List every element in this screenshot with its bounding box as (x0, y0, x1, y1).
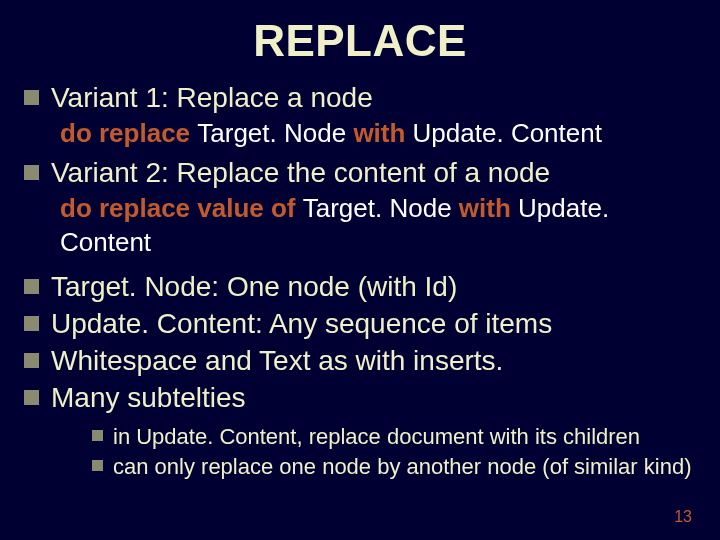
keyword: do replace value of (60, 193, 303, 223)
bullet-text: Many subtelties (51, 380, 246, 415)
argument: Update. Content (413, 118, 602, 148)
bullet-row-variant1: Variant 1: Replace a node (24, 80, 696, 115)
variant2-text: Variant 2: Replace the content of a node (51, 155, 550, 190)
square-bullet-icon (24, 279, 39, 294)
keyword: with (459, 193, 518, 223)
bullet-row: Update. Content: Any sequence of items (24, 306, 696, 341)
bullet-text: Whitespace and Text as with inserts. (51, 343, 503, 378)
argument: Target. Node (303, 193, 459, 223)
bullet-row: Many subtelties (24, 380, 696, 415)
syntax-line-2: do replace value of Target. Node with Up… (60, 192, 696, 260)
bullet-row: Target. Node: One node (with Id) (24, 269, 696, 304)
slide-title: REPLACE (24, 16, 696, 66)
sub-bullet-text: in Update. Content, replace document wit… (113, 423, 640, 451)
sub-bullet-row: in Update. Content, replace document wit… (92, 423, 696, 451)
syntax-line-1: do replace Target. Node with Update. Con… (60, 117, 696, 151)
square-bullet-icon (24, 316, 39, 331)
argument: Target. Node (197, 118, 353, 148)
sub-bullet-row: can only replace one node by another nod… (92, 453, 696, 481)
variant1-text: Variant 1: Replace a node (51, 80, 373, 115)
bullet-text: Update. Content: Any sequence of items (51, 306, 552, 341)
keyword: do replace (60, 118, 197, 148)
bullet-row-variant2: Variant 2: Replace the content of a node (24, 155, 696, 190)
keyword: with (353, 118, 412, 148)
square-bullet-icon (92, 460, 103, 471)
square-bullet-icon (24, 390, 39, 405)
sub-bullet-text: can only replace one node by another nod… (113, 453, 691, 481)
bullet-row: Whitespace and Text as with inserts. (24, 343, 696, 378)
slide: REPLACE Variant 1: Replace a node do rep… (0, 0, 720, 540)
page-number: 13 (674, 508, 692, 526)
square-bullet-icon (24, 353, 39, 368)
square-bullet-icon (24, 90, 39, 105)
square-bullet-icon (24, 165, 39, 180)
bullet-text: Target. Node: One node (with Id) (51, 269, 457, 304)
square-bullet-icon (92, 430, 103, 441)
